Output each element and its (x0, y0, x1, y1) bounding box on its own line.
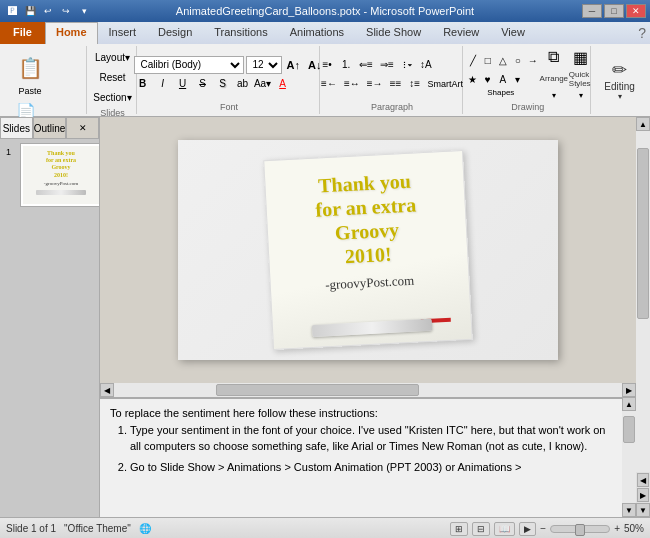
maximize-button[interactable]: □ (604, 4, 624, 18)
tab-animations[interactable]: Animations (279, 22, 355, 44)
tab-file[interactable]: File (0, 22, 45, 44)
save-icon[interactable]: 💾 (22, 3, 38, 19)
zoom-plus[interactable]: + (614, 523, 620, 534)
notes-vscroll-down[interactable]: ▼ (622, 503, 636, 517)
slide-1-thumb[interactable]: Thank youfor an extraGroovy2010! -groovy… (20, 143, 99, 207)
clear-format-button[interactable]: A (274, 75, 292, 93)
arrange-icon: ⧉ (548, 48, 559, 66)
close-panel-button[interactable]: ✕ (66, 117, 99, 139)
drawing-content: ╱ □ △ ○ → ★ ♥ A ▾ Shapes ⧉ (463, 48, 593, 100)
outline-tab[interactable]: Outline (33, 117, 67, 139)
sorter-view-button[interactable]: ⊟ (472, 522, 490, 536)
decrease-indent-button[interactable]: ⇐≡ (356, 56, 376, 74)
shapes-button[interactable]: ╱ □ △ ○ → ★ ♥ A ▾ Shapes (463, 50, 539, 98)
slide-panel: Slides Outline ✕ 1 Thank youfor an extra… (0, 117, 100, 517)
tab-design[interactable]: Design (147, 22, 203, 44)
tab-slideshow[interactable]: Slide Show (355, 22, 432, 44)
minimize-button[interactable]: ─ (582, 4, 602, 18)
hscroll-right-button[interactable]: ▶ (622, 383, 636, 397)
zoom-slider[interactable] (550, 525, 610, 533)
editing-icon: ✏ (612, 59, 627, 81)
font-format-row: B I U S S ab Aa▾ A (134, 75, 325, 93)
bold-button[interactable]: B (134, 75, 152, 93)
tab-insert[interactable]: Insert (98, 22, 148, 44)
zoom-thumb[interactable] (575, 524, 585, 536)
slide-thumb-content: Thank youfor an extraGroovy2010! -groovy… (23, 146, 99, 204)
normal-view-button[interactable]: ⊞ (450, 522, 468, 536)
numbering-button[interactable]: 1. (337, 56, 355, 74)
slide-canvas[interactable]: Thank youfor an extraGroovy2010! -groovy… (100, 117, 636, 383)
shape-arrow[interactable]: → (524, 51, 542, 69)
justify-button[interactable]: ≡≡ (387, 75, 405, 93)
paste-label: Paste (18, 86, 41, 96)
tab-view[interactable]: View (490, 22, 536, 44)
lang-icon[interactable]: 🌐 (139, 523, 151, 534)
thumb-pen (36, 190, 86, 195)
shape-more[interactable]: ▾ (509, 70, 527, 88)
underline-button[interactable]: U (174, 75, 192, 93)
shadow-button[interactable]: S (214, 75, 232, 93)
increase-font-button[interactable]: A↑ (284, 56, 303, 74)
canvas-vscroll-down[interactable]: ▼ (636, 503, 650, 517)
tab-transitions[interactable]: Transitions (203, 22, 278, 44)
shapes-grid: ╱ □ △ ○ → ★ ♥ A ▾ (464, 51, 538, 88)
slideshow-button[interactable]: ▶ (519, 522, 536, 536)
align-center-button[interactable]: ≡↔ (341, 75, 363, 93)
canvas-vscroll-thumb[interactable] (637, 148, 649, 319)
title-bar-left: 🅿 💾 ↩ ↪ ▾ (4, 3, 92, 19)
canvas-vscroll-up[interactable]: ▲ (636, 117, 650, 131)
slide-thumb-area: 1 Thank youfor an extraGroovy2010! -groo… (0, 139, 99, 517)
hscroll-left-button[interactable]: ◀ (100, 383, 114, 397)
font-size-select[interactable]: 12 (246, 56, 282, 74)
strikethrough-button[interactable]: S (194, 75, 212, 93)
spacing-button[interactable]: ab (234, 75, 252, 93)
align-right-button[interactable]: ≡→ (364, 75, 386, 93)
horizontal-scrollbar: ◀ ▶ (100, 383, 636, 397)
notes-main: To replace the sentiment here follow the… (100, 397, 622, 517)
italic-button[interactable]: I (154, 75, 172, 93)
thumb-inner: Thank youfor an extraGroovy2010! -groovy… (23, 146, 99, 204)
slides-tab[interactable]: Slides (0, 117, 33, 139)
arrange-button[interactable]: ⧉ Arrange ▾ (542, 48, 566, 100)
customize-icon[interactable]: ▾ (76, 3, 92, 19)
hscroll-track[interactable] (114, 383, 622, 397)
help-icon[interactable]: ? (638, 25, 646, 41)
hscroll-thumb[interactable] (216, 384, 419, 396)
scroll-next-button[interactable]: ▶ (637, 488, 649, 502)
undo-icon[interactable]: ↩ (40, 3, 56, 19)
notes-vscroll-up[interactable]: ▲ (622, 397, 636, 411)
layout-button[interactable]: Layout▾ (90, 48, 134, 66)
columns-button[interactable]: ⫶▾ (398, 56, 416, 74)
tab-review[interactable]: Review (432, 22, 490, 44)
zoom-minus[interactable]: − (540, 523, 546, 534)
close-button[interactable]: ✕ (626, 4, 646, 18)
text-direction-button[interactable]: ↕A (417, 56, 435, 74)
redo-icon[interactable]: ↪ (58, 3, 74, 19)
zoom-level[interactable]: 50% (624, 523, 644, 534)
ribbon: File Home Insert Design Transitions Anim… (0, 22, 650, 117)
arrange-arrow: ▾ (552, 91, 556, 100)
quick-styles-button[interactable]: ▦ Quick Styles ▾ (569, 48, 593, 100)
reading-view-button[interactable]: 📖 (494, 522, 515, 536)
bullets-button[interactable]: ≡• (318, 56, 336, 74)
font-name-row: Calibri (Body) 12 A↑ A↓ (134, 56, 325, 74)
case-button[interactable]: Aa▾ (254, 75, 272, 93)
scroll-arrows-middle: ◀ ▶ (637, 473, 649, 502)
reset-button[interactable]: Reset (90, 68, 134, 86)
notes-vscroll-thumb[interactable] (623, 416, 635, 444)
increase-indent-button[interactable]: ⇒≡ (377, 56, 397, 74)
paste-button[interactable]: 📋 Paste (8, 48, 52, 100)
editing-content: ✏ Editing ▾ (595, 48, 645, 112)
title-bar: 🅿 💾 ↩ ↪ ▾ AnimatedGreetingCard_Balloons.… (0, 0, 650, 22)
notes-vscroll-track[interactable] (622, 411, 636, 503)
align-left-button[interactable]: ≡← (318, 75, 340, 93)
font-family-select[interactable]: Calibri (Body) (134, 56, 244, 74)
canvas-vscroll-track[interactable] (636, 131, 650, 472)
scroll-prev-button[interactable]: ◀ (637, 473, 649, 487)
section-button[interactable]: Section▾ (90, 88, 134, 106)
card-visual: Thank youfor an extraGroovy2010! -groovy… (263, 150, 473, 350)
smartart-button[interactable]: SmartArt (425, 75, 467, 93)
line-spacing-button[interactable]: ↕≡ (406, 75, 424, 93)
drawing-buttons: ╱ □ △ ○ → ★ ♥ A ▾ Shapes ⧉ (463, 48, 593, 100)
tab-home[interactable]: Home (45, 22, 98, 44)
